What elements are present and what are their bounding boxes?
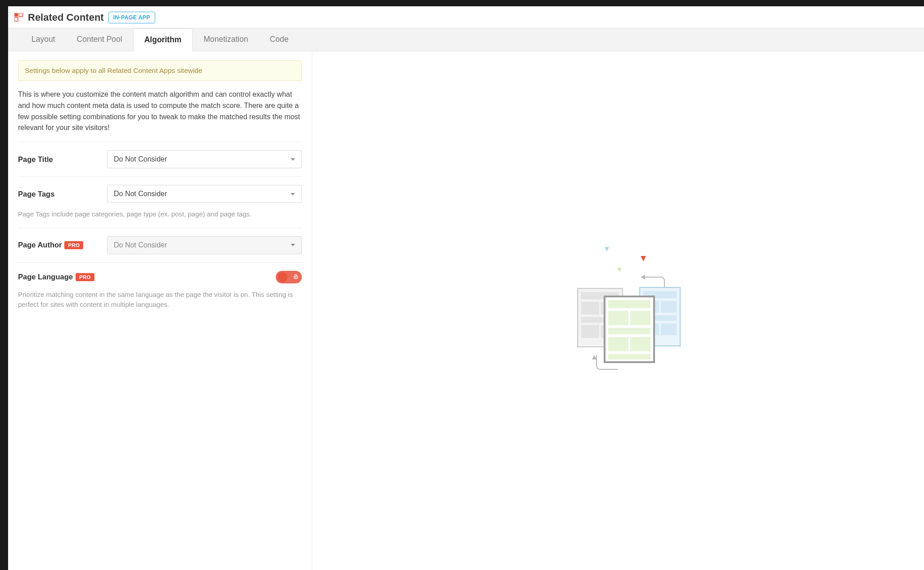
- svg-rect-26: [630, 311, 650, 325]
- toggle-page-language[interactable]: [276, 271, 302, 283]
- label-page-language: Page Language PRO: [18, 273, 107, 281]
- svg-rect-2: [14, 18, 18, 21]
- toggle-knob: [278, 272, 287, 282]
- svg-rect-0: [14, 13, 18, 17]
- select-page-tags[interactable]: Do Not Consider: [107, 185, 302, 203]
- section-page-author: Page Author PRO Do Not Consider: [18, 228, 302, 262]
- svg-marker-6: [641, 256, 646, 261]
- select-page-tags-value: Do Not Consider: [114, 190, 167, 198]
- lock-icon: [293, 274, 299, 281]
- select-page-title-value: Do Not Consider: [114, 155, 167, 163]
- select-page-author-value: Do Not Consider: [114, 241, 167, 249]
- svg-rect-1: [19, 13, 22, 17]
- preview-pane: [312, 51, 924, 570]
- pro-badge: PRO: [76, 273, 94, 281]
- svg-rect-28: [608, 337, 628, 351]
- select-page-author[interactable]: Do Not Consider: [107, 236, 302, 254]
- in-page-app-badge: IN-PAGE APP: [108, 12, 155, 23]
- svg-marker-31: [592, 355, 597, 359]
- section-page-title: Page Title Do Not Consider: [18, 142, 302, 176]
- section-page-language: Page Language PRO: [18, 262, 302, 318]
- svg-rect-25: [608, 311, 628, 325]
- svg-rect-19: [661, 301, 677, 313]
- page-title: Related Content: [28, 12, 104, 23]
- svg-rect-29: [630, 337, 650, 351]
- svg-marker-5: [605, 247, 609, 251]
- select-page-title[interactable]: Do Not Consider: [107, 150, 302, 168]
- label-page-tags: Page Tags: [18, 190, 107, 198]
- svg-rect-24: [608, 300, 650, 308]
- settings-form: Settings below apply to all Related Cont…: [8, 51, 312, 570]
- svg-rect-30: [608, 354, 650, 359]
- svg-rect-22: [661, 323, 677, 335]
- tab-layout[interactable]: Layout: [21, 28, 66, 51]
- svg-rect-14: [581, 325, 599, 338]
- chevron-down-icon: [291, 193, 295, 195]
- chevron-down-icon: [291, 244, 295, 246]
- pro-badge: PRO: [64, 241, 83, 249]
- svg-rect-11: [581, 302, 599, 314]
- svg-rect-27: [608, 328, 650, 334]
- tab-code[interactable]: Code: [259, 28, 300, 51]
- sitewide-notice: Settings below apply to all Related Cont…: [18, 60, 302, 81]
- settings-panel: Related Content IN-PAGE APP Layout Conte…: [8, 6, 924, 570]
- chevron-down-icon: [291, 158, 295, 161]
- intro-text: This is where you customize the content …: [18, 89, 302, 134]
- section-page-tags: Page Tags Do Not Consider Page Tags incl…: [18, 176, 302, 228]
- label-page-author: Page Author PRO: [18, 241, 107, 249]
- label-page-title: Page Title: [18, 155, 107, 164]
- tab-content-pool[interactable]: Content Pool: [66, 28, 133, 51]
- svg-marker-8: [641, 275, 645, 279]
- helper-page-tags: Page Tags include page categories, page …: [18, 209, 302, 220]
- related-content-icon: [14, 13, 23, 22]
- layout-illustration: [551, 239, 686, 383]
- helper-page-language: Prioritize matching content in the same …: [18, 290, 302, 310]
- tabs: Layout Content Pool Algorithm Monetizati…: [8, 28, 924, 51]
- tab-algorithm[interactable]: Algorithm: [133, 28, 193, 51]
- panel-header: Related Content IN-PAGE APP: [8, 6, 924, 28]
- svg-point-4: [296, 277, 296, 278]
- tab-monetization[interactable]: Monetization: [193, 28, 259, 51]
- svg-marker-7: [617, 268, 622, 272]
